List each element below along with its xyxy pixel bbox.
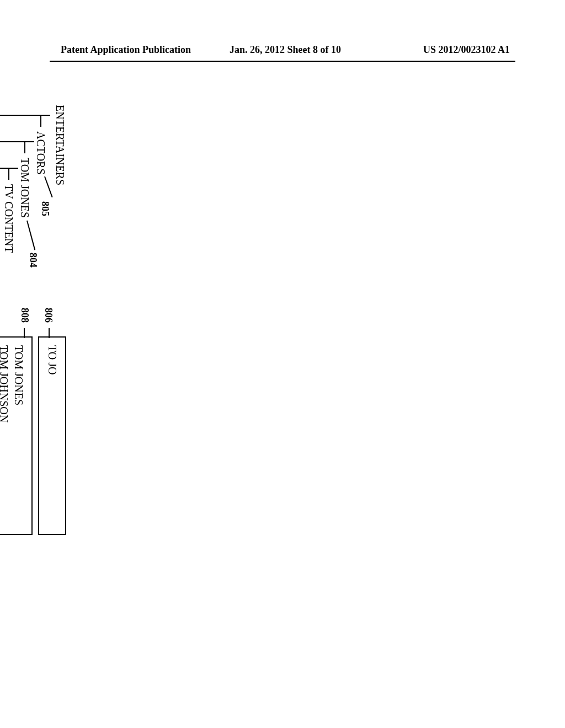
header-right: US 2012/0023102 A1 bbox=[360, 44, 510, 56]
lead-806 bbox=[49, 328, 50, 338]
header-left: Patent Application Publication bbox=[61, 44, 210, 56]
ref-806: 806 bbox=[42, 308, 54, 323]
input-text: TO JO bbox=[45, 345, 60, 526]
hierarchy-tree: ENTERTAINERS ACTORS TOM JONES TV CONTENT… bbox=[0, 105, 66, 303]
header-center: Jan. 26, 2012 Sheet 8 of 10 bbox=[210, 44, 360, 56]
node-tv-content: TV CONTENT bbox=[3, 184, 15, 253]
ref-808: 808 bbox=[19, 308, 30, 323]
node-entertainers: ENTERTAINERS bbox=[54, 105, 66, 303]
node-tom-jones-actor: TOM JONES bbox=[19, 158, 31, 218]
suggestions-box: TOM JONES TOM JOHNSON TODD JONES ⋮ bbox=[0, 336, 33, 535]
page-header: Patent Application Publication Jan. 26, … bbox=[0, 44, 565, 56]
suggestion: TOM JONES bbox=[11, 345, 26, 526]
figure-8: ENTERTAINERS ACTORS TOM JONES TV CONTENT… bbox=[0, 105, 66, 546]
ref-805: 805 bbox=[39, 201, 51, 216]
header-rule bbox=[50, 61, 515, 62]
ref-804: 804 bbox=[27, 253, 39, 267]
input-box: TO JO bbox=[38, 336, 66, 535]
lead-808 bbox=[24, 328, 25, 338]
node-actors: ACTORS bbox=[35, 131, 47, 175]
results-panel: TO JO TOM JONES TOM JOHNSON TODD JONES ⋮… bbox=[0, 336, 66, 535]
suggestion: TOM JOHNSON bbox=[0, 345, 11, 526]
